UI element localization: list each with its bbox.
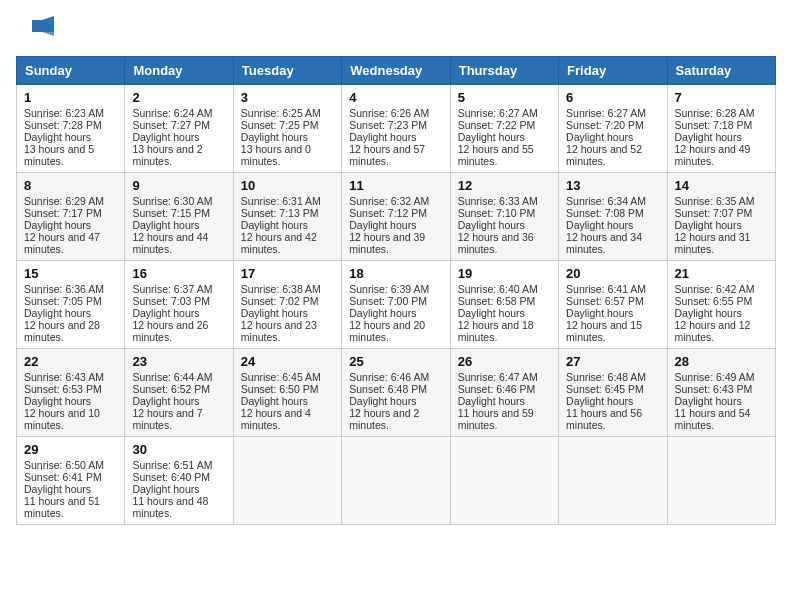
calendar-cell: 22 Sunrise: 6:43 AM Sunset: 6:53 PM Dayl… xyxy=(17,349,125,437)
sunrise-label: Sunrise: 6:36 AM xyxy=(24,283,104,295)
calendar-cell xyxy=(450,437,558,525)
sunset-label: Sunset: 7:10 PM xyxy=(458,207,536,219)
daylight-label: Daylight hours xyxy=(566,307,633,319)
day-number: 26 xyxy=(458,354,551,369)
daylight-value: 11 hours and 51 minutes. xyxy=(24,495,100,519)
sunrise-label: Sunrise: 6:23 AM xyxy=(24,107,104,119)
col-header-saturday: Saturday xyxy=(667,57,775,85)
daylight-value: 12 hours and 47 minutes. xyxy=(24,231,100,255)
daylight-label: Daylight hours xyxy=(675,307,742,319)
day-number: 11 xyxy=(349,178,442,193)
logo xyxy=(16,16,54,44)
col-header-thursday: Thursday xyxy=(450,57,558,85)
col-header-friday: Friday xyxy=(559,57,667,85)
calendar-cell: 19 Sunrise: 6:40 AM Sunset: 6:58 PM Dayl… xyxy=(450,261,558,349)
daylight-label: Daylight hours xyxy=(458,395,525,407)
calendar-cell: 10 Sunrise: 6:31 AM Sunset: 7:13 PM Dayl… xyxy=(233,173,341,261)
daylight-value: 12 hours and 2 minutes. xyxy=(349,407,419,431)
day-number: 29 xyxy=(24,442,117,457)
day-number: 16 xyxy=(132,266,225,281)
sunrise-label: Sunrise: 6:35 AM xyxy=(675,195,755,207)
sunset-label: Sunset: 6:52 PM xyxy=(132,383,210,395)
daylight-value: 11 hours and 56 minutes. xyxy=(566,407,642,431)
daylight-label: Daylight hours xyxy=(241,395,308,407)
day-number: 8 xyxy=(24,178,117,193)
calendar-cell: 11 Sunrise: 6:32 AM Sunset: 7:12 PM Dayl… xyxy=(342,173,450,261)
sunset-label: Sunset: 7:18 PM xyxy=(675,119,753,131)
calendar-cell: 4 Sunrise: 6:26 AM Sunset: 7:23 PM Dayli… xyxy=(342,85,450,173)
daylight-value: 12 hours and 10 minutes. xyxy=(24,407,100,431)
sunset-label: Sunset: 7:07 PM xyxy=(675,207,753,219)
calendar-cell: 23 Sunrise: 6:44 AM Sunset: 6:52 PM Dayl… xyxy=(125,349,233,437)
sunrise-label: Sunrise: 6:34 AM xyxy=(566,195,646,207)
daylight-label: Daylight hours xyxy=(132,131,199,143)
sunset-label: Sunset: 7:08 PM xyxy=(566,207,644,219)
sunset-label: Sunset: 6:55 PM xyxy=(675,295,753,307)
daylight-value: 12 hours and 44 minutes. xyxy=(132,231,208,255)
svg-marker-2 xyxy=(42,32,54,36)
calendar-cell: 12 Sunrise: 6:33 AM Sunset: 7:10 PM Dayl… xyxy=(450,173,558,261)
col-header-sunday: Sunday xyxy=(17,57,125,85)
daylight-label: Daylight hours xyxy=(132,307,199,319)
calendar-cell: 1 Sunrise: 6:23 AM Sunset: 7:28 PM Dayli… xyxy=(17,85,125,173)
logo-icon xyxy=(20,16,54,44)
sunrise-label: Sunrise: 6:31 AM xyxy=(241,195,321,207)
daylight-value: 12 hours and 39 minutes. xyxy=(349,231,425,255)
day-number: 4 xyxy=(349,90,442,105)
sunrise-label: Sunrise: 6:50 AM xyxy=(24,459,104,471)
svg-marker-1 xyxy=(42,16,54,20)
daylight-label: Daylight hours xyxy=(458,219,525,231)
daylight-value: 12 hours and 49 minutes. xyxy=(675,143,751,167)
day-number: 20 xyxy=(566,266,659,281)
sunrise-label: Sunrise: 6:49 AM xyxy=(675,371,755,383)
day-number: 24 xyxy=(241,354,334,369)
day-number: 18 xyxy=(349,266,442,281)
sunrise-label: Sunrise: 6:33 AM xyxy=(458,195,538,207)
week-row-3: 15 Sunrise: 6:36 AM Sunset: 7:05 PM Dayl… xyxy=(17,261,776,349)
day-number: 28 xyxy=(675,354,768,369)
daylight-label: Daylight hours xyxy=(132,219,199,231)
sunset-label: Sunset: 6:46 PM xyxy=(458,383,536,395)
day-number: 2 xyxy=(132,90,225,105)
sunrise-label: Sunrise: 6:27 AM xyxy=(566,107,646,119)
calendar: SundayMondayTuesdayWednesdayThursdayFrid… xyxy=(16,56,776,525)
daylight-value: 12 hours and 4 minutes. xyxy=(241,407,311,431)
week-row-2: 8 Sunrise: 6:29 AM Sunset: 7:17 PM Dayli… xyxy=(17,173,776,261)
daylight-label: Daylight hours xyxy=(349,219,416,231)
col-header-monday: Monday xyxy=(125,57,233,85)
week-row-5: 29 Sunrise: 6:50 AM Sunset: 6:41 PM Dayl… xyxy=(17,437,776,525)
daylight-label: Daylight hours xyxy=(566,219,633,231)
daylight-value: 12 hours and 23 minutes. xyxy=(241,319,317,343)
sunset-label: Sunset: 6:43 PM xyxy=(675,383,753,395)
sunrise-label: Sunrise: 6:43 AM xyxy=(24,371,104,383)
daylight-label: Daylight hours xyxy=(349,395,416,407)
sunrise-label: Sunrise: 6:29 AM xyxy=(24,195,104,207)
daylight-value: 11 hours and 54 minutes. xyxy=(675,407,751,431)
calendar-cell: 25 Sunrise: 6:46 AM Sunset: 6:48 PM Dayl… xyxy=(342,349,450,437)
calendar-cell xyxy=(667,437,775,525)
sunset-label: Sunset: 6:53 PM xyxy=(24,383,102,395)
sunset-label: Sunset: 7:15 PM xyxy=(132,207,210,219)
day-number: 1 xyxy=(24,90,117,105)
daylight-value: 12 hours and 28 minutes. xyxy=(24,319,100,343)
day-number: 23 xyxy=(132,354,225,369)
col-header-wednesday: Wednesday xyxy=(342,57,450,85)
sunrise-label: Sunrise: 6:30 AM xyxy=(132,195,212,207)
daylight-label: Daylight hours xyxy=(675,219,742,231)
calendar-cell: 27 Sunrise: 6:48 AM Sunset: 6:45 PM Dayl… xyxy=(559,349,667,437)
calendar-cell xyxy=(342,437,450,525)
daylight-label: Daylight hours xyxy=(24,131,91,143)
sunset-label: Sunset: 7:23 PM xyxy=(349,119,427,131)
sunset-label: Sunset: 7:20 PM xyxy=(566,119,644,131)
day-number: 6 xyxy=(566,90,659,105)
day-number: 14 xyxy=(675,178,768,193)
sunrise-label: Sunrise: 6:45 AM xyxy=(241,371,321,383)
sunset-label: Sunset: 6:58 PM xyxy=(458,295,536,307)
calendar-cell: 5 Sunrise: 6:27 AM Sunset: 7:22 PM Dayli… xyxy=(450,85,558,173)
sunset-label: Sunset: 7:13 PM xyxy=(241,207,319,219)
calendar-cell xyxy=(233,437,341,525)
header-row: SundayMondayTuesdayWednesdayThursdayFrid… xyxy=(17,57,776,85)
sunrise-label: Sunrise: 6:37 AM xyxy=(132,283,212,295)
sunset-label: Sunset: 7:27 PM xyxy=(132,119,210,131)
daylight-value: 13 hours and 2 minutes. xyxy=(132,143,202,167)
